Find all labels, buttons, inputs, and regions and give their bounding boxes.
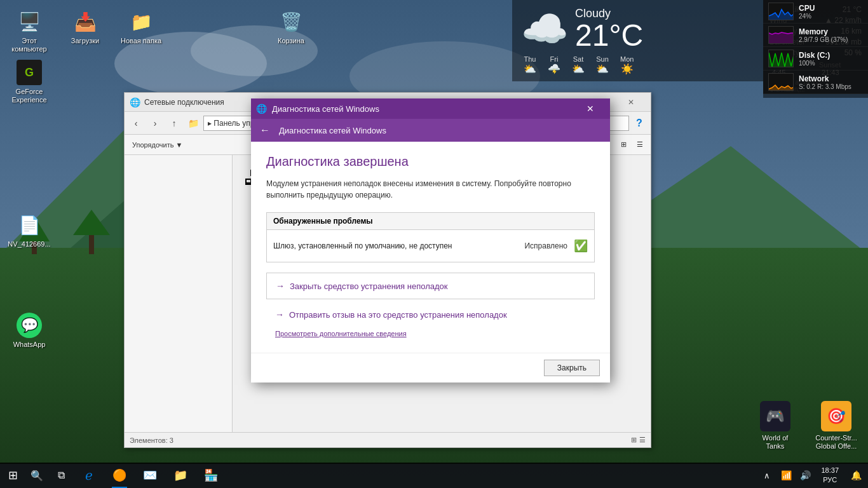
view-details-link[interactable]: Просмотреть дополнительные сведения — [266, 327, 595, 340]
view-list-icon[interactable]: ⊞ — [631, 436, 637, 444]
taskbar-pin-chrome[interactable]: 🟠 — [104, 463, 135, 488]
recycle-bin-icon: 🗑️ — [278, 9, 304, 34]
explorer-statusbar: Элементов: 3 ⊞ ☰ — [125, 432, 651, 447]
weather-temp: 21°C — [575, 20, 643, 51]
diag-description: Модулем устранения неполадок внесены изм… — [266, 178, 595, 201]
taskbar-pin-mail[interactable]: ✉️ — [135, 463, 165, 488]
weather-day-mon: Mon ☀️ — [620, 55, 634, 75]
desktop-icon-nv[interactable]: 📄 NV_412669... — [4, 210, 55, 251]
problem-row-1: Шлюз, установленный по умолчанию, не дос… — [267, 230, 594, 262]
nav-folder-button[interactable]: 📁 — [184, 114, 202, 132]
desktop-icon-counter-strike[interactable]: 🎯 Counter-Str...Global Offe... — [811, 398, 862, 453]
status-text: Элементов: 3 — [130, 437, 173, 444]
weather-day-sat: Sat ⛅ — [572, 55, 585, 75]
nav-back-button[interactable]: ‹ — [127, 114, 145, 132]
desktop-icons-top: 🖥️ Этот компьютер 📥 Загрузки 📁 Новая пап… — [4, 6, 316, 56]
network-tray-icon: 📶 — [781, 470, 792, 480]
notification-icon: 🔔 — [851, 470, 862, 480]
diag-close-action-button[interactable]: Закрыть — [544, 360, 600, 376]
new-folder-label: Новая папка — [121, 37, 161, 45]
taskbar-pinned-apps: ℯ 🟠 ✉️ 📁 🏪 — [74, 463, 226, 488]
nv-file-icon: 📄 — [17, 212, 42, 238]
desktop-icon-geforce[interactable]: G GeForceExperience — [4, 57, 55, 107]
start-icon: ⊞ — [8, 468, 18, 482]
search-taskbar-icon: 🔍 — [31, 470, 43, 482]
help-button[interactable]: ? — [630, 114, 648, 132]
geforce-icon: G — [17, 60, 42, 85]
taskbar-clock[interactable]: 18:37 РУС — [816, 463, 844, 488]
nav-up-button[interactable]: ↑ — [165, 114, 183, 132]
diag-navbar: ← Диагностика сетей Windows — [251, 119, 610, 142]
taskbar-pin-file-explorer[interactable]: 📁 — [165, 463, 196, 488]
disk-label: Disk (C:) — [799, 51, 863, 60]
downloads-label: Загрузки — [71, 37, 99, 45]
right-desktop-icons: 🎮 World ofTanks 🎯 Counter-Str...Global O… — [750, 398, 862, 453]
view-list-button[interactable]: ⊞ — [618, 139, 629, 150]
close-button[interactable]: ✕ — [616, 93, 646, 112]
tray-network-icon[interactable]: 📶 — [778, 463, 794, 488]
diag-window-title: Диагностика сетей Windows — [272, 104, 571, 114]
view-details-button[interactable]: ☰ — [634, 139, 646, 150]
new-folder-icon: 📁 — [128, 9, 154, 34]
sysmon-disk: Disk (C:) 100% — [763, 47, 868, 71]
file-explorer-taskbar-icon: 📁 — [173, 468, 187, 482]
diag-close-x-button[interactable]: ✕ — [576, 98, 605, 119]
close-troubleshooter-link[interactable]: → Закрыть средство устранения неполадок — [266, 273, 595, 299]
disk-graph — [768, 50, 794, 67]
counter-strike-icon: 🎯 — [821, 401, 851, 431]
diag-back-button[interactable]: ← — [256, 121, 274, 139]
chrome-icon: 🟠 — [112, 468, 126, 482]
task-view-button[interactable]: ⧉ — [48, 463, 74, 488]
taskbar-tray: ∧ 📶 🔊 18:37 РУС 🔔 — [756, 463, 868, 488]
memory-label: Memory — [799, 27, 863, 36]
network-label: Network — [799, 74, 863, 83]
desktop-icon-downloads[interactable]: 📥 Загрузки — [60, 6, 111, 56]
sysmon-cpu: CPU 24% — [763, 0, 868, 24]
desktop-icon-recycle-bin[interactable]: 🗑️ Корзина — [266, 6, 316, 56]
taskbar-pin-edge[interactable]: ℯ — [74, 463, 104, 488]
weather-day-fri: Fri 🌩️ — [548, 55, 560, 75]
recycle-bin-label: Корзина — [278, 37, 304, 45]
my-computer-icon: 🖥️ — [17, 9, 42, 34]
network-value: S: 0.2 R: 3.3 Mbps — [799, 83, 863, 90]
nv-file-label: NV_412669... — [8, 240, 50, 248]
world-of-tanks-label: World ofTanks — [763, 434, 789, 451]
weather-day-sun: Sun ⛅ — [596, 55, 609, 75]
expand-icon: ∧ — [764, 471, 770, 480]
desktop-icon-new-folder[interactable]: 📁 Новая папка — [116, 6, 166, 56]
volume-tray-icon: 🔊 — [800, 470, 811, 480]
send-feedback-link[interactable]: → Отправить отзыв на это средство устран… — [266, 306, 595, 323]
problem-description: Шлюз, установленный по умолчанию, не дос… — [273, 241, 518, 250]
close-troubleshooter-label: Закрыть средство устранения неполадок — [290, 281, 447, 291]
view-details-icon[interactable]: ☰ — [639, 436, 646, 444]
taskbar: ⊞ 🔍 ⧉ ℯ 🟠 ✉️ 📁 🏪 ∧ 📶 🔊 — [0, 463, 868, 488]
send-feedback-label: Отправить отзыв на это средство устранен… — [289, 310, 507, 320]
weather-widget: ☁️ Cloudy 21°C Thu ⛅ Fri 🌩️ Sat ⛅ Sun ⛅ … — [512, 0, 763, 81]
desktop-icon-my-computer[interactable]: 🖥️ Этот компьютер — [4, 6, 55, 56]
start-button[interactable]: ⊞ — [0, 463, 25, 488]
diag-heading: Диагностика завершена — [266, 154, 595, 169]
problems-header: Обнаруженные проблемы — [267, 213, 594, 230]
tray-volume-icon[interactable]: 🔊 — [797, 463, 813, 488]
search-button[interactable]: 🔍 — [25, 463, 48, 488]
store-icon: 🏪 — [204, 468, 218, 482]
nav-forward-button[interactable]: › — [146, 114, 164, 132]
diag-body: Диагностика завершена Модулем устранения… — [251, 142, 610, 353]
desktop-icon-world-of-tanks[interactable]: 🎮 World ofTanks — [750, 398, 801, 453]
taskbar-notification-button[interactable]: 🔔 — [846, 463, 865, 488]
diag-titlebar: 🌐 Диагностика сетей Windows ✕ — [251, 98, 610, 119]
my-computer-label: Этот компьютер — [6, 37, 52, 53]
disk-value: 100% — [799, 60, 863, 67]
sysmon-memory: Memory 2.9/7.9 GB (37%) — [763, 24, 868, 47]
task-view-icon: ⧉ — [58, 470, 65, 481]
tray-expand-button[interactable]: ∧ — [759, 463, 775, 488]
clock-time: 18:37 — [821, 466, 839, 475]
problem-resolved-icon: ✅ — [574, 239, 588, 253]
organize-button[interactable]: Упорядочить ▼ — [130, 140, 185, 150]
memory-graph — [768, 26, 794, 44]
taskbar-pin-store[interactable]: 🏪 — [196, 463, 226, 488]
network-diagnostics-dialog: 🌐 Диагностика сетей Windows ✕ ← Диагност… — [251, 98, 610, 383]
diag-nav-title: Диагностика сетей Windows — [279, 126, 386, 135]
desktop-icon-whatsapp[interactable]: 💬 WhatsApp — [4, 310, 55, 351]
view-toggle-buttons: ⊞ ☰ — [631, 436, 646, 444]
